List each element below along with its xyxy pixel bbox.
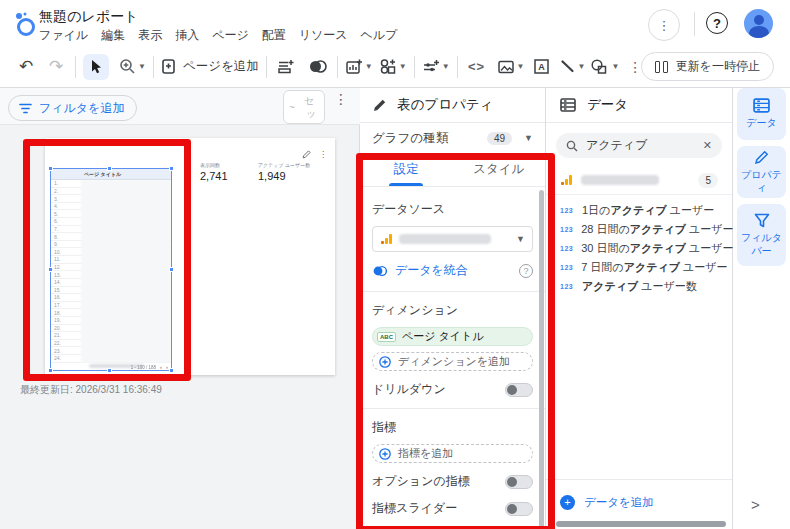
help-button[interactable]: ? bbox=[706, 12, 728, 34]
text-box-button[interactable]: A bbox=[530, 54, 554, 80]
field-item[interactable]: 1237 日間のアクティブ ユーザー bbox=[546, 258, 732, 277]
search-icon bbox=[566, 140, 578, 152]
toolbar: ↶ ↷ ▼ ページを追加 bbox=[0, 46, 790, 88]
menu-item[interactable]: ヘルプ bbox=[361, 27, 398, 44]
more-options-button[interactable]: ⋮ bbox=[648, 9, 680, 41]
optional-metrics-toggle[interactable] bbox=[505, 475, 533, 489]
data-list-icon bbox=[560, 98, 576, 112]
horizontal-scrollbar[interactable] bbox=[556, 521, 726, 527]
menu-item[interactable]: 表示 bbox=[138, 27, 162, 44]
properties-scrollbar[interactable] bbox=[539, 190, 544, 529]
tab-style[interactable]: スタイル bbox=[453, 153, 546, 186]
drilldown-toggle[interactable] bbox=[505, 383, 533, 397]
line-tool-button[interactable]: ▼ bbox=[560, 54, 586, 80]
properties-header: 表のプロパティ bbox=[360, 88, 545, 123]
row-number: 2. bbox=[51, 188, 78, 194]
chevron-down-icon[interactable]: ▼ bbox=[524, 133, 533, 143]
field-label: 1日のアクティブ ユーザー bbox=[582, 203, 714, 218]
menu-item[interactable]: ファイル bbox=[39, 27, 88, 44]
rail-data-label: データ bbox=[740, 117, 784, 130]
blend-data-link[interactable]: データを統合 bbox=[395, 262, 512, 279]
scorecard-active-users[interactable]: アクティブ ユーザー数 1,949 bbox=[258, 162, 328, 182]
tab-settings[interactable]: 設定 bbox=[360, 153, 453, 186]
data-source-select[interactable]: ▼ bbox=[372, 226, 533, 252]
rail-data-button[interactable]: データ bbox=[737, 88, 786, 140]
add-filter-button[interactable]: フィルタを追加 bbox=[8, 95, 137, 121]
pagination-prev-icon[interactable]: ‹ bbox=[160, 364, 162, 370]
collapse-panel-chevron[interactable]: > bbox=[751, 496, 760, 513]
menu-item[interactable]: リソース bbox=[299, 27, 348, 44]
undo-button[interactable]: ↶ bbox=[14, 54, 38, 80]
page-plus-icon bbox=[161, 58, 177, 75]
menu-item[interactable]: 配置 bbox=[262, 27, 286, 44]
menu-item[interactable]: ページ bbox=[212, 27, 249, 44]
selection-handle[interactable] bbox=[48, 267, 53, 272]
add-data-button[interactable] bbox=[274, 54, 298, 80]
field-item[interactable]: 12328 日間のアクティブ ユーザー数 bbox=[546, 220, 732, 239]
rail-filterbar-label: フィルタバー bbox=[740, 232, 784, 257]
menu-item[interactable]: 編集 bbox=[101, 27, 125, 44]
header-divider bbox=[694, 12, 695, 36]
menu-item[interactable]: 挿入 bbox=[175, 27, 199, 44]
properties-body: データソース ▼ データを統合 ? ディメンション bbox=[360, 187, 545, 529]
report-page[interactable]: ⋮ ページ タイトル 1.2.3.4.5.6.7.8.9.10.11.12.13… bbox=[45, 138, 335, 375]
add-chart-button[interactable]: ▼ bbox=[345, 54, 373, 80]
add-dimension-button[interactable]: ディメンションを追加 bbox=[372, 352, 533, 371]
field-item[interactable]: 1231日のアクティブ ユーザー bbox=[546, 201, 732, 220]
row-number: 18. bbox=[51, 310, 78, 316]
numeric-field-icon: 123 bbox=[560, 207, 574, 214]
clear-search-icon[interactable]: ✕ bbox=[703, 139, 712, 152]
blend-data-button[interactable] bbox=[306, 54, 330, 80]
help-circle-icon[interactable]: ? bbox=[519, 264, 533, 278]
numeric-field-icon: 123 bbox=[560, 283, 574, 290]
date-range-mini-control[interactable]: ~ セ ッ bbox=[283, 90, 325, 124]
insert-image-button[interactable]: ▼ bbox=[497, 54, 525, 80]
selection-handle[interactable] bbox=[107, 368, 112, 373]
selection-handle[interactable] bbox=[169, 166, 174, 171]
table-chart[interactable]: ページ タイトル 1.2.3.4.5.6.7.8.9.10.11.12.13.1… bbox=[50, 168, 172, 371]
selection-handle[interactable] bbox=[48, 166, 53, 171]
shape-tool-button[interactable]: ▼ bbox=[590, 54, 619, 80]
rail-filterbar-button[interactable]: フィルタバー bbox=[737, 204, 786, 266]
section-divider bbox=[360, 527, 545, 528]
row-number: 7. bbox=[51, 226, 78, 232]
question-mark-icon: ? bbox=[713, 16, 721, 31]
embed-button[interactable]: <> bbox=[465, 54, 489, 80]
pencil-icon[interactable] bbox=[302, 150, 311, 159]
add-page-button[interactable]: ページを追加 bbox=[161, 54, 259, 80]
chart-type-row[interactable]: グラフの種類 49 ▼ bbox=[360, 123, 545, 153]
selection-handle[interactable] bbox=[169, 368, 174, 373]
row-number: 24. bbox=[51, 355, 78, 361]
filter-bar-more-button[interactable]: ⋮ bbox=[334, 96, 348, 103]
field-item[interactable]: 12330 日間のアクティブ ユーザー bbox=[546, 239, 732, 258]
blend-data-row: データを統合 ? bbox=[372, 262, 533, 279]
select-cursor-button[interactable] bbox=[83, 54, 109, 80]
add-metric-button[interactable]: 指標を追加 bbox=[372, 444, 533, 463]
chart-more-icon[interactable]: ⋮ bbox=[319, 150, 327, 159]
dimension-section-label: ディメンション bbox=[372, 302, 533, 319]
add-data-button[interactable]: + データを追加 bbox=[560, 495, 654, 510]
data-source-row[interactable]: 5 bbox=[546, 166, 732, 195]
shape-icon bbox=[590, 58, 609, 75]
community-visualizations-button[interactable]: ▼ bbox=[379, 54, 407, 80]
selection-handle[interactable] bbox=[107, 166, 112, 171]
report-title[interactable]: 無題のレポート bbox=[39, 8, 138, 26]
field-list: 1231日のアクティブ ユーザー12328 日間のアクティブ ユーザー数1233… bbox=[546, 195, 732, 296]
filter-bar: フィルタを追加 ~ セ ッ ⋮ bbox=[0, 88, 360, 125]
search-query-text: アクティブ bbox=[586, 137, 695, 154]
selection-handle[interactable] bbox=[169, 267, 174, 272]
selection-handle[interactable] bbox=[48, 368, 53, 373]
add-control-button[interactable]: ▼ bbox=[422, 54, 450, 80]
looker-studio-logo-icon[interactable] bbox=[13, 11, 37, 37]
zoom-tool-button[interactable]: ▼ bbox=[119, 54, 146, 80]
field-search-box[interactable]: アクティブ ✕ bbox=[556, 133, 722, 158]
metric-slider-toggle[interactable] bbox=[505, 502, 533, 516]
rail-properties-button[interactable]: プロパティ bbox=[737, 146, 786, 198]
pause-updates-button[interactable]: 更新を一時停止 bbox=[641, 52, 774, 81]
add-filter-label: フィルタを追加 bbox=[39, 100, 124, 117]
field-item[interactable]: 123アクティブ ユーザー数 bbox=[546, 277, 732, 296]
avatar[interactable] bbox=[744, 9, 773, 38]
dimension-chip[interactable]: ABC ページ タイトル bbox=[372, 327, 533, 346]
redo-button[interactable]: ↷ bbox=[44, 54, 68, 80]
pagination-next-icon[interactable]: › bbox=[166, 364, 168, 370]
